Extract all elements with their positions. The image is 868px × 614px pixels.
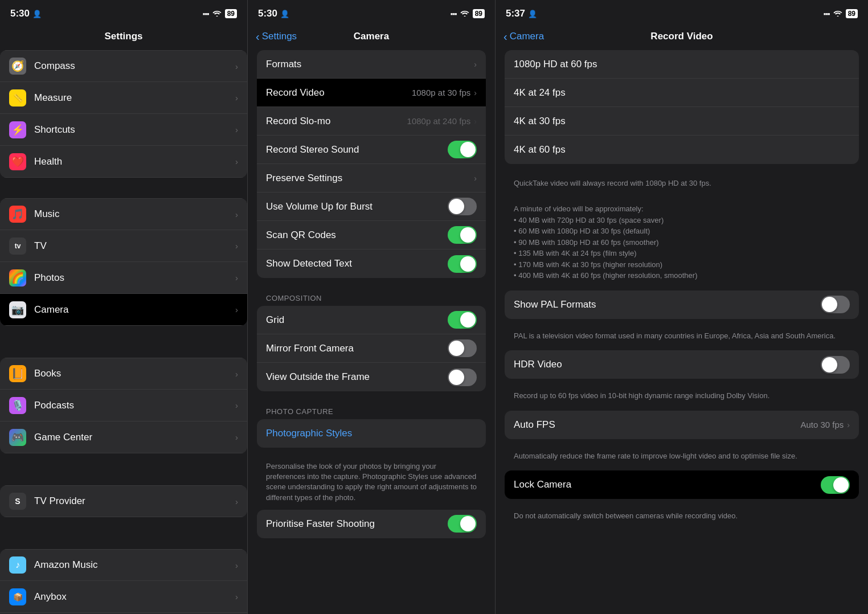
settings-panel: 5:30 👤 ▪▪▪ 89 Settings 🧭 Compass › 📏 Mea… — [0, 0, 248, 614]
settings-group-2: 🎵 Music › tv TV › 🌈 Photos › 📷 Camera › — [0, 198, 247, 326]
settings-item-tv[interactable]: tv TV › — [0, 230, 247, 262]
battery-3: 89 — [846, 9, 858, 18]
hdr-toggle[interactable] — [821, 356, 850, 374]
settings-group-4: S TV Provider › — [0, 485, 247, 517]
amazonmusic-label: Amazon Music — [34, 559, 235, 571]
rv-hdr[interactable]: HDR Video — [505, 350, 859, 379]
amazonmusic-icon: ♪ — [9, 556, 26, 574]
settings-item-podcasts[interactable]: 🎙️ Podcasts › — [0, 390, 247, 421]
settings-item-books[interactable]: 📙 Books › — [0, 358, 247, 390]
camera-volume-burst[interactable]: Use Volume Up for Burst — [257, 193, 486, 221]
camera-record-stereo[interactable]: Record Stereo Sound — [257, 136, 486, 164]
camera-mirror-front[interactable]: Mirror Front Camera — [257, 334, 486, 363]
nav-bar-settings: Settings — [0, 25, 247, 50]
camera-show-text[interactable]: Show Detected Text — [257, 249, 486, 278]
volumeburst-toggle[interactable] — [448, 198, 477, 215]
nav-back-label-camera: Settings — [262, 31, 297, 42]
podcasts-icon: 🎙️ — [9, 397, 26, 414]
signal-icon-3: ▪▪▪ — [824, 10, 830, 18]
health-icon: ❤️ — [9, 153, 26, 170]
camera-view-outside[interactable]: View Outside the Frame — [257, 363, 486, 391]
wifi-icon-3 — [833, 10, 842, 18]
pal-toggle[interactable] — [821, 296, 850, 313]
nav-back-rv[interactable]: ‹ Camera — [503, 31, 544, 42]
prioritise-group: Prioritise Faster Shooting — [257, 510, 486, 538]
camera-label: Camera — [34, 304, 235, 316]
rv-4k24[interactable]: 4K at 24 fps — [505, 79, 859, 107]
camera-scan-qr[interactable]: Scan QR Codes — [257, 221, 486, 249]
anybox-icon: 📦 — [9, 588, 26, 605]
music-label: Music — [34, 208, 235, 220]
settings-item-compass[interactable]: 🧭 Compass › — [0, 50, 247, 82]
gap-2 — [0, 337, 247, 358]
settings-item-gamecenter[interactable]: 🎮 Game Center › — [0, 421, 247, 453]
measure-chevron: › — [235, 93, 238, 103]
health-label: Health — [34, 156, 235, 167]
photos-chevron: › — [235, 273, 238, 283]
rv-autofps[interactable]: Auto FPS Auto 30 fps › — [505, 411, 859, 439]
status-bar-3: 5:37 👤 ▪▪▪ 89 — [496, 0, 868, 25]
size-note: A minute of video will be approximately:… — [505, 193, 859, 290]
person-icon-2: 👤 — [280, 10, 289, 18]
camera-record-slomo[interactable]: Record Slo-mo 1080p at 240 fps › — [257, 107, 486, 136]
status-icons-1: ▪▪▪ 89 — [203, 9, 237, 18]
rv-4k30[interactable]: 4K at 30 fps — [505, 107, 859, 136]
tv-label: TV — [34, 240, 235, 252]
rv-nav-title: Record Video — [650, 31, 713, 42]
gamecenter-icon: 🎮 — [9, 429, 26, 446]
books-icon: 📙 — [9, 365, 26, 382]
photographic-styles[interactable]: Photographic Styles — [257, 419, 486, 448]
gap-4 — [0, 529, 247, 549]
wifi-icon-2 — [460, 10, 469, 18]
mirrorfront-toggle[interactable] — [448, 339, 477, 357]
settings-item-camera[interactable]: 📷 Camera › — [0, 294, 247, 326]
compass-chevron: › — [235, 62, 238, 71]
settings-item-amazonmusic[interactable]: ♪ Amazon Music › — [0, 549, 247, 581]
settings-item-music[interactable]: 🎵 Music › — [0, 198, 247, 230]
nav-bar-camera: ‹ Settings Camera — [248, 25, 495, 50]
settings-item-shortcuts[interactable]: ⚡ Shortcuts › — [0, 114, 247, 146]
rv-lock-camera[interactable]: Lock Camera — [505, 470, 859, 499]
rv-pal-formats[interactable]: Show PAL Formats — [505, 290, 859, 319]
camera-prioritise[interactable]: Prioritise Faster Shooting — [257, 510, 486, 538]
shortcuts-label: Shortcuts — [34, 124, 235, 136]
settings-group-3: 📙 Books › 🎙️ Podcasts › 🎮 Game Center › — [0, 358, 247, 453]
podcasts-label: Podcasts — [34, 400, 235, 411]
settings-item-health[interactable]: ❤️ Health › — [0, 146, 247, 178]
settings-title: Settings — [104, 31, 142, 42]
camera-formats[interactable]: Formats › — [257, 50, 486, 79]
hdr-group: HDR Video — [505, 350, 859, 379]
photos-label: Photos — [34, 272, 235, 284]
settings-item-measure[interactable]: 📏 Measure › — [0, 82, 247, 114]
scanqr-toggle[interactable] — [448, 226, 477, 244]
camera-grid[interactable]: Grid — [257, 306, 486, 334]
gap-3 — [0, 465, 247, 485]
tv-chevron: › — [235, 241, 238, 251]
rv-1080p60[interactable]: 1080p HD at 60 fps — [505, 50, 859, 79]
autofps-note: Automatically reduce the frame rate to i… — [505, 448, 859, 471]
settings-item-anybox[interactable]: 📦 Anybox › — [0, 581, 247, 613]
nav-back-camera[interactable]: ‹ Settings — [256, 31, 297, 42]
showtext-toggle[interactable] — [448, 255, 477, 273]
battery-2: 89 — [473, 9, 485, 18]
status-time-2: 5:30 👤 — [258, 8, 289, 19]
lock-camera-toggle[interactable] — [821, 476, 850, 494]
books-label: Books — [34, 368, 235, 379]
compass-label: Compass — [34, 60, 235, 72]
camera-preserve-settings[interactable]: Preserve Settings › — [257, 164, 486, 193]
signal-icon-2: ▪▪▪ — [451, 10, 457, 18]
settings-item-photos[interactable]: 🌈 Photos › — [0, 262, 247, 294]
settings-item-tvprovider[interactable]: S TV Provider › — [0, 485, 247, 517]
rv-4k60[interactable]: 4K at 60 fps — [505, 136, 859, 164]
camera-panel: 5:30 👤 ▪▪▪ 89 ‹ Settings Camera Formats … — [248, 0, 496, 614]
video-quality-group: 1080p HD at 60 fps 4K at 24 fps 4K at 30… — [505, 50, 859, 164]
stereo-toggle[interactable] — [448, 141, 477, 158]
grid-toggle[interactable] — [448, 311, 477, 329]
photo-capture-group: Photographic Styles — [257, 419, 486, 448]
status-time-3: 5:37 👤 — [506, 8, 537, 19]
camera-record-video[interactable]: Record Video 1080p at 30 fps › — [257, 79, 486, 107]
music-icon: 🎵 — [9, 206, 26, 223]
prioritise-toggle[interactable] — [448, 515, 477, 533]
viewoutside-toggle[interactable] — [448, 369, 477, 386]
camera-chevron: › — [235, 305, 238, 314]
